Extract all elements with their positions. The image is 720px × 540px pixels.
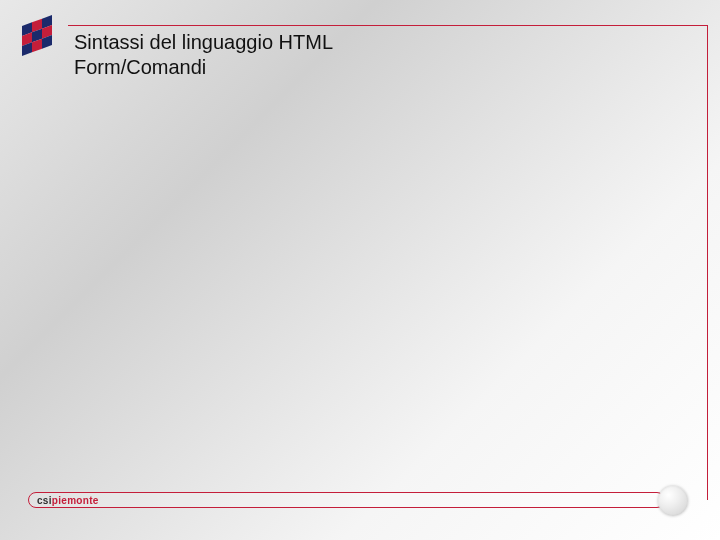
title-line-1: Sintassi del linguaggio HTML (74, 30, 333, 55)
right-divider (707, 25, 708, 500)
logo-icon (18, 12, 66, 60)
top-divider (68, 25, 708, 26)
slide: Sintassi del linguaggio HTML Form/Comand… (0, 0, 720, 540)
page-indicator-icon (658, 486, 688, 516)
footer-brand-left: csi (37, 495, 52, 506)
footer-bar: csipiemonte (28, 492, 665, 508)
footer-brand-right: piemonte (52, 495, 99, 506)
slide-title: Sintassi del linguaggio HTML Form/Comand… (74, 30, 333, 80)
title-line-2: Form/Comandi (74, 55, 333, 80)
footer-brand: csipiemonte (37, 495, 99, 506)
